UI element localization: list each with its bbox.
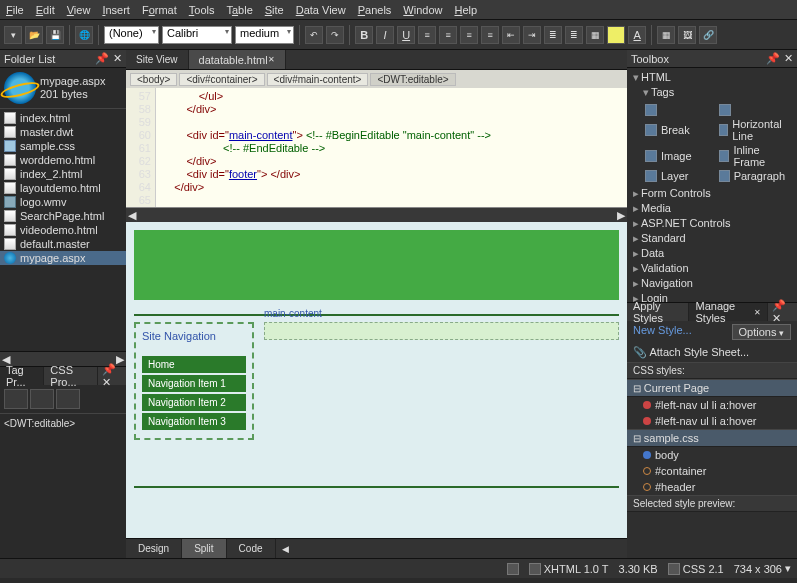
tag-sort-button[interactable] [4, 389, 28, 409]
toolbox-html-node[interactable]: ▾HTML [631, 70, 793, 85]
tab-manage-styles[interactable]: Manage Styles ✕ [689, 303, 767, 321]
tab-site-view[interactable]: Site View [126, 50, 189, 69]
tab-css-properties[interactable]: CSS Pro... [44, 367, 97, 385]
code-content[interactable]: </ul> </div> <div id="main-content"> <!-… [156, 88, 627, 207]
close-icon[interactable]: ✕ [268, 55, 275, 64]
doctype-icon[interactable] [529, 563, 541, 575]
tab-design[interactable]: Design [126, 539, 182, 558]
style-select[interactable]: (None) [104, 26, 159, 44]
toolbox-item[interactable]: Image [645, 144, 711, 168]
tag-view-button[interactable] [30, 389, 54, 409]
menu-panels[interactable]: Panels [358, 4, 392, 16]
crumb-container[interactable]: <div#container> [179, 73, 264, 86]
file-item[interactable]: master.dwt [0, 125, 126, 139]
style-rule[interactable]: #container [627, 463, 797, 479]
file-item[interactable]: SearchPage.html [0, 209, 126, 223]
code-editor[interactable]: 575859606162636465 </ul> </div> <div id=… [126, 88, 627, 208]
indent-inc-button[interactable]: ⇥ [523, 26, 541, 44]
table-button[interactable]: ▦ [657, 26, 675, 44]
crumb-editable[interactable]: <DWT:editable> [370, 73, 455, 86]
list-ul-button[interactable]: ≣ [544, 26, 562, 44]
toolbox-item[interactable] [645, 104, 711, 116]
align-right-button[interactable]: ≡ [460, 26, 478, 44]
nav-item[interactable]: Navigation Item 2 [142, 394, 246, 411]
scroll-left-icon[interactable]: ◀ [276, 544, 295, 554]
undo-button[interactable]: ↶ [305, 26, 323, 44]
toolbox-category[interactable]: ▸Media [631, 201, 793, 216]
list-ol-button[interactable]: ≣ [565, 26, 583, 44]
pin-icon[interactable]: 📌 [95, 52, 109, 65]
tab-tag-properties[interactable]: Tag Pr... [0, 367, 44, 385]
attach-stylesheet-link[interactable]: 📎 Attach Style Sheet... [633, 346, 749, 359]
editable-region[interactable] [264, 322, 619, 340]
pin-icon[interactable]: 📌 [772, 299, 786, 311]
design-surface[interactable]: Site Navigation HomeNavigation Item 1Nav… [126, 222, 627, 538]
file-item[interactable]: worddemo.html [0, 153, 126, 167]
file-item[interactable]: videodemo.html [0, 223, 126, 237]
color-button[interactable]: A [628, 26, 646, 44]
tag-events-button[interactable] [56, 389, 80, 409]
visual-aids-icon[interactable] [507, 563, 519, 575]
link-button[interactable]: 🔗 [699, 26, 717, 44]
menu-insert[interactable]: Insert [102, 4, 130, 16]
menu-site[interactable]: Site [265, 4, 284, 16]
toolbox-category[interactable]: ▸Data [631, 246, 793, 261]
menu-format[interactable]: Format [142, 4, 177, 16]
menu-table[interactable]: Table [226, 4, 252, 16]
file-item[interactable]: logo.wmv [0, 195, 126, 209]
design-main-region[interactable]: main-content [264, 322, 619, 440]
close-icon[interactable]: ✕ [113, 52, 122, 65]
file-item[interactable]: index_2.html [0, 167, 126, 181]
pin-icon[interactable]: 📌 [766, 52, 780, 65]
crumb-body[interactable]: <body> [130, 73, 177, 86]
bold-button[interactable]: B [355, 26, 373, 44]
menu-edit[interactable]: Edit [36, 4, 55, 16]
current-page-header[interactable]: ⊟ Current Page [627, 379, 797, 397]
close-icon[interactable]: ✕ [784, 52, 793, 65]
toolbox-item[interactable] [719, 104, 785, 116]
toolbox-item[interactable]: Layer [645, 170, 711, 182]
menu-help[interactable]: Help [454, 4, 477, 16]
pin-icon[interactable]: 📌 [102, 363, 116, 375]
toolbox-item[interactable]: Inline Frame [719, 144, 785, 168]
toolbox-item[interactable]: Paragraph [719, 170, 785, 182]
toolbox-category[interactable]: ▸ASP.NET Controls [631, 216, 793, 231]
borders-button[interactable]: ▦ [586, 26, 604, 44]
open-button[interactable]: 📂 [25, 26, 43, 44]
redo-button[interactable]: ↷ [326, 26, 344, 44]
style-rule[interactable]: #left-nav ul li a:hover [627, 397, 797, 413]
align-justify-button[interactable]: ≡ [481, 26, 499, 44]
menu-tools[interactable]: Tools [189, 4, 215, 16]
toolbox-tags-node[interactable]: ▾Tags [631, 85, 793, 100]
preview-button[interactable]: 🌐 [75, 26, 93, 44]
nav-item[interactable]: Navigation Item 3 [142, 413, 246, 430]
align-left-button[interactable]: ≡ [418, 26, 436, 44]
file-item[interactable]: layoutdemo.html [0, 181, 126, 195]
underline-button[interactable]: U [397, 26, 415, 44]
style-rule[interactable]: body [627, 447, 797, 463]
close-icon[interactable]: ✕ [102, 376, 111, 388]
toolbox-category[interactable]: ▸Navigation [631, 276, 793, 291]
nav-item[interactable]: Navigation Item 1 [142, 375, 246, 392]
highlight-button[interactable] [607, 26, 625, 44]
options-button[interactable]: Options ▾ [732, 324, 791, 340]
size-select[interactable]: medium [235, 26, 294, 44]
close-icon[interactable]: ✕ [772, 312, 781, 324]
nav-item[interactable]: Home [142, 356, 246, 373]
design-nav-region[interactable]: Site Navigation HomeNavigation Item 1Nav… [134, 322, 254, 440]
crumb-main-content[interactable]: <div#main-content> [267, 73, 369, 86]
code-scroll[interactable]: ◀▶ [126, 208, 627, 222]
toolbox-category[interactable]: ▸Form Controls [631, 186, 793, 201]
tab-code[interactable]: Code [227, 539, 276, 558]
style-rule[interactable]: #left-nav ul li a:hover [627, 413, 797, 429]
italic-button[interactable]: I [376, 26, 394, 44]
css-icon[interactable] [668, 563, 680, 575]
toolbox-category[interactable]: ▸Validation [631, 261, 793, 276]
image-button[interactable]: 🖼 [678, 26, 696, 44]
file-item[interactable]: index.html [0, 111, 126, 125]
menu-dataview[interactable]: Data View [296, 4, 346, 16]
file-item[interactable]: sample.css [0, 139, 126, 153]
file-item[interactable]: default.master [0, 237, 126, 251]
tab-split[interactable]: Split [182, 539, 226, 558]
indent-dec-button[interactable]: ⇤ [502, 26, 520, 44]
